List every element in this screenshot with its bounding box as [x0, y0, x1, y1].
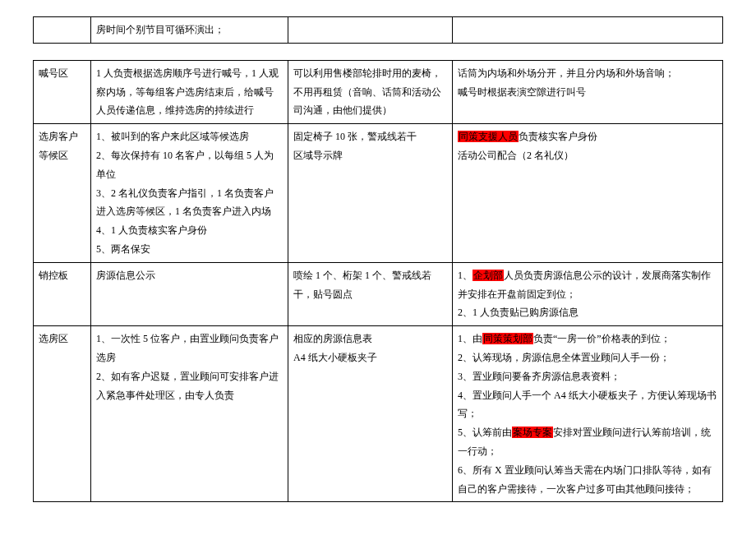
area-name-cell: 销控板 [34, 262, 91, 325]
text-line: A4 纸大小硬板夹子 [293, 348, 447, 367]
notes-cell: 1、企划部人员负责房源信息公示的设计，发展商落实制作并安排在开盘前固定到位；2、… [453, 262, 723, 325]
text-line: 同策支援人员负责核实客户身份 [458, 127, 717, 146]
text-line: 活动公司配合（2 名礼仪） [458, 146, 717, 165]
text-line: 5、两名保安 [96, 240, 283, 259]
text-line: 2、1 人负责贴已购房源信息 [458, 303, 717, 322]
work-content-cell: 1 人负责根据选房顺序号进行喊号，1 人观察内场，等每组客户选房结束后，给喊号人… [91, 60, 288, 123]
text-line: 喊号时根据表演空隙进行叫号 [458, 83, 717, 102]
plain-text: 负责“一房一价”价格表的到位； [533, 333, 671, 344]
table-row: 房时间个别节目可循环演出； [34, 17, 723, 44]
plain-text: 2、认筹现场，房源信息全体置业顾问人手一份； [458, 352, 670, 363]
highlight-text: 同策策划部 [482, 333, 533, 344]
cell [288, 17, 453, 44]
table-row: 喊号区1 人负责根据选房顺序号进行喊号，1 人观察内场，等每组客户选房结束后，给… [34, 60, 723, 123]
materials-cell: 喷绘 1 个、桁架 1 个、警戒线若干，贴号圆点 [288, 262, 453, 325]
cell [34, 17, 91, 44]
plain-text: 1、由 [458, 333, 482, 344]
work-content-cell: 1、被叫到的客户来此区域等候选房2、每次保持有 10 名客户，以每组 5 人为单… [91, 124, 288, 263]
work-content-cell: 房源信息公示 [91, 262, 288, 325]
text-line: 喷绘 1 个、桁架 1 个、警戒线若干，贴号圆点 [293, 266, 447, 304]
plain-text: 负责核实客户身份 [519, 131, 597, 142]
text-line: 1、由同策策划部负责“一房一价”价格表的到位； [458, 330, 717, 348]
table-main: 喊号区1 人负责根据选房顺序号进行喊号，1 人观察内场，等每组客户选房结束后，给… [33, 60, 723, 503]
text-line: 1、被叫到的客户来此区域等候选房 [96, 127, 283, 146]
text-line: 1、一次性 5 位客户，由置业顾问负责客户选房 [96, 330, 283, 367]
cell: 房时间个别节目可循环演出； [91, 17, 288, 44]
text-line: 区域导示牌 [293, 146, 447, 165]
text-line: 2、认筹现场，房源信息全体置业顾问人手一份； [458, 348, 717, 367]
plain-text: 4、置业顾问人手一个 A4 纸大小硬板夹子，方便认筹现场书写； [458, 390, 717, 420]
text-line: 话筒为内场和外场分开，并且分内场和外场音响； [458, 64, 717, 83]
text-line: 可以利用售楼部轮排时用的麦椅，不用再租赁（音响、话筒和活动公司沟通，由他们提供） [293, 64, 447, 120]
table-row: 选房区1、一次性 5 位客户，由置业顾问负责客户选房2、如有客户迟疑，置业顾问可… [34, 326, 723, 502]
materials-cell: 可以利用售楼部轮排时用的麦椅，不用再租赁（音响、话筒和活动公司沟通，由他们提供） [288, 60, 453, 123]
work-content-cell: 1、一次性 5 位客户，由置业顾问负责客户选房2、如有客户迟疑，置业顾问可安排客… [91, 326, 288, 502]
plain-text: 6、所有 X 置业顾问认筹当天需在内场门口排队等待，如有自己的客户需接待，一次客… [458, 464, 712, 495]
text-line: 2、如有客户迟疑，置业顾问可安排客户进入紧急事件处理区，由专人负责 [96, 367, 283, 405]
area-name-cell: 选房客户等候区 [34, 124, 91, 263]
highlight-text: 案场专案 [512, 427, 553, 438]
notes-cell: 话筒为内场和外场分开，并且分内场和外场音响；喊号时根据表演空隙进行叫号 [453, 60, 723, 123]
area-name-cell: 选房区 [34, 326, 91, 502]
materials-cell: 固定椅子 10 张，警戒线若干区域导示牌 [288, 124, 453, 263]
text-line: 1、企划部人员负责房源信息公示的设计，发展商落实制作并安排在开盘前固定到位； [458, 266, 717, 304]
plain-text: 1、 [458, 270, 472, 281]
highlight-text: 同策支援人员 [458, 131, 519, 142]
text-line: 6、所有 X 置业顾问认筹当天需在内场门口排队等待，如有自己的客户需接待，一次客… [458, 461, 717, 499]
text-line: 4、1 人负责核实客户身份 [96, 221, 283, 240]
text-line: 2、每次保持有 10 名客户，以每组 5 人为单位 [96, 146, 283, 184]
cell [453, 17, 723, 44]
table-row: 销控板房源信息公示喷绘 1 个、桁架 1 个、警戒线若干，贴号圆点1、企划部人员… [34, 262, 723, 325]
text-line: 3、置业顾问要备齐房源信息表资料； [458, 367, 717, 386]
plain-text: 3、置业顾问要备齐房源信息表资料； [458, 371, 620, 382]
table-fragment-top: 房时间个别节目可循环演出； [33, 16, 723, 44]
highlight-text: 企划部 [472, 270, 504, 281]
area-name-cell: 喊号区 [34, 60, 91, 123]
text-line: 3、2 名礼仪负责客户指引，1 名负责客户进入选房等候区，1 名负责客户进入内场 [96, 184, 283, 222]
materials-cell: 相应的房源信息表A4 纸大小硬板夹子 [288, 326, 453, 502]
plain-text: 活动公司配合（2 名礼仪） [458, 150, 574, 161]
text-line: 4、置业顾问人手一个 A4 纸大小硬板夹子，方便认筹现场书写； [458, 386, 717, 424]
text-line: 1 人负责根据选房顺序号进行喊号，1 人观察内场，等每组客户选房结束后，给喊号人… [96, 64, 283, 120]
text-line: 固定椅子 10 张，警戒线若干 [293, 127, 447, 146]
text-line: 相应的房源信息表 [293, 330, 447, 348]
text-line: 房源信息公示 [96, 266, 283, 285]
plain-text: 2、1 人负责贴已购房源信息 [458, 307, 579, 318]
plain-text: 5、认筹前由 [458, 427, 512, 438]
notes-cell: 1、由同策策划部负责“一房一价”价格表的到位；2、认筹现场，房源信息全体置业顾问… [453, 326, 723, 502]
notes-cell: 同策支援人员负责核实客户身份活动公司配合（2 名礼仪） [453, 124, 723, 263]
table-row: 选房客户等候区1、被叫到的客户来此区域等候选房2、每次保持有 10 名客户，以每… [34, 124, 723, 263]
text-line: 5、认筹前由案场专案安排对置业顾问进行认筹前培训，统一行动； [458, 423, 717, 461]
